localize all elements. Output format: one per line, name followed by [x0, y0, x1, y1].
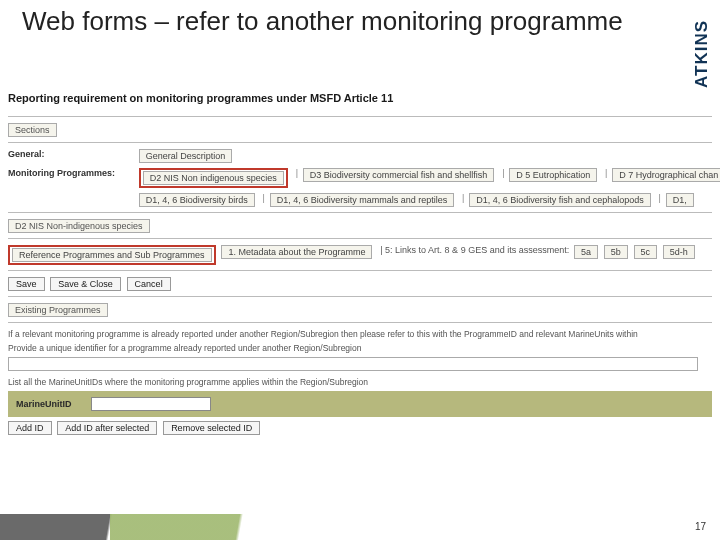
pipe-icon: | [502, 168, 504, 178]
text-list-marineunits: List all the MarineUnitIDs where the mon… [8, 377, 712, 387]
tab-d2-section[interactable]: D2 NIS Non-indigenous species [8, 219, 150, 233]
pipe-icon: | [263, 193, 265, 203]
tab-d3-biodiversity[interactable]: D3 Biodiversity commercial fish and shel… [303, 168, 495, 182]
pipe-icon: | [462, 193, 464, 203]
tab-d5-eutrophication[interactable]: D 5 Eutrophication [509, 168, 597, 182]
row-general: General: General Description [8, 149, 712, 163]
form-screenshot: Reporting requirement on monitoring prog… [0, 92, 720, 440]
tab-sections[interactable]: Sections [8, 123, 57, 137]
pipe-icon: | [605, 168, 607, 178]
save-close-button[interactable]: Save & Close [50, 277, 121, 291]
tab-5a[interactable]: 5a [574, 245, 598, 259]
tab-d146-birds[interactable]: D1, 4, 6 Biodiversity birds [139, 193, 255, 207]
form-heading: Reporting requirement on monitoring prog… [8, 92, 712, 104]
tab-existing-programmes[interactable]: Existing Programmes [8, 303, 108, 317]
divider [8, 322, 712, 323]
divider [8, 142, 712, 143]
tab-reference-programmes[interactable]: Reference Programmes and Sub Programmes [12, 248, 212, 262]
text-provide-identifier: Provide a unique identifier for a progra… [8, 343, 712, 353]
highlight-reference-programmes: Reference Programmes and Sub Programmes [8, 245, 216, 265]
divider [8, 296, 712, 297]
tab-5dh[interactable]: 5d-h [663, 245, 695, 259]
row-monitoring-2: D1, 4, 6 Biodiversity birds | D1, 4, 6 B… [8, 193, 712, 207]
highlight-d2-nis: D2 NIS Non indigenous species [139, 168, 288, 188]
pipe-icon: | [296, 168, 298, 178]
save-button[interactable]: Save [8, 277, 45, 291]
text-existing-intro: If a relevant monitoring programme is al… [8, 329, 712, 339]
tab-d2-nis[interactable]: D2 NIS Non indigenous species [143, 171, 284, 185]
marine-unit-panel: MarineUnitID [8, 391, 712, 417]
footer-shape-green [110, 514, 430, 540]
label-monitoring: Monitoring Programmes: [8, 168, 136, 178]
label-links-art: | 5: Links to Art. 8 & 9 GES and its ass… [380, 245, 569, 255]
row-monitoring-1: Monitoring Programmes: D2 NIS Non indige… [8, 168, 712, 188]
pipe-icon: | [659, 193, 661, 203]
marineunitid-input[interactable] [91, 397, 211, 411]
cancel-button[interactable]: Cancel [127, 277, 171, 291]
divider [8, 116, 712, 117]
programme-id-input[interactable] [8, 357, 698, 371]
brand-logo: ATKINS [692, 6, 712, 102]
divider [8, 270, 712, 271]
label-general: General: [8, 149, 136, 159]
brand-logo-text: ATKINS [692, 20, 712, 88]
row-id-actions: Add ID Add ID after selected Remove sele… [8, 421, 712, 435]
add-id-button[interactable]: Add ID [8, 421, 52, 435]
divider [8, 238, 712, 239]
remove-id-button[interactable]: Remove selected ID [163, 421, 260, 435]
row-d2-subtabs: Reference Programmes and Sub Programmes … [8, 245, 712, 265]
tab-5c[interactable]: 5c [634, 245, 658, 259]
page-number: 17 [695, 521, 706, 532]
tab-5b[interactable]: 5b [604, 245, 628, 259]
divider [8, 212, 712, 213]
slide-title: Web forms – refer to another monitoring … [22, 6, 642, 37]
tab-metadata-programme[interactable]: 1. Metadata about the Programme [221, 245, 372, 259]
tab-d146-fish[interactable]: D1, 4, 6 Biodiversity fish and cephalopo… [469, 193, 651, 207]
tab-d1-cut[interactable]: D1, [666, 193, 694, 207]
tab-d146-mammals[interactable]: D1, 4, 6 Biodiversity mammals and reptil… [270, 193, 455, 207]
label-marineunitid: MarineUnitID [16, 399, 88, 409]
tab-general-description[interactable]: General Description [139, 149, 233, 163]
row-actions: Save Save & Close Cancel [8, 277, 712, 291]
add-id-after-button[interactable]: Add ID after selected [57, 421, 157, 435]
tab-d7-hydrographical[interactable]: D 7 Hydrographical chan [612, 168, 720, 182]
